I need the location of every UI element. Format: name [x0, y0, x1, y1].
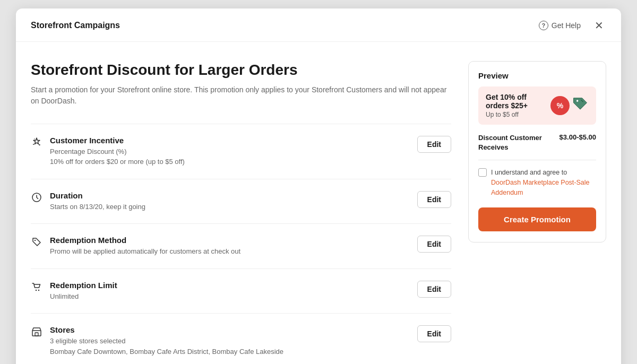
- tag-icon: [31, 236, 42, 248]
- preview-label: Preview: [478, 71, 596, 80]
- duration-name: Duration: [50, 191, 145, 200]
- redemption-limit-row: Redemption Limit Unlimited Edit: [31, 268, 451, 314]
- stores-left: Stores 3 eligible stores selected Bombay…: [31, 325, 409, 357]
- divider: [478, 160, 596, 160]
- svg-rect-8: [35, 333, 38, 336]
- customer-incentive-content: Customer Incentive Percentage Discount (…: [50, 136, 185, 167]
- modal-container: Storefront Campaigns ? Get Help ✕ Storef…: [16, 8, 621, 364]
- svg-rect-7: [32, 331, 41, 336]
- stores-detail2: Bombay Cafe Downtown, Bombay Cafe Arts D…: [50, 346, 283, 357]
- stores-row: Stores 3 eligible stores selected Bombay…: [31, 313, 451, 364]
- customer-incentive-detail1: Percentage Discount (%): [50, 146, 185, 157]
- redemption-method-content: Redemption Method Promo will be applied …: [50, 236, 240, 257]
- cart-icon: [31, 281, 42, 293]
- agree-checkbox[interactable]: [478, 168, 487, 177]
- redemption-limit-left: Redemption Limit Unlimited: [31, 281, 409, 302]
- redemption-limit-name: Redemption Limit: [50, 281, 117, 290]
- addendum-link[interactable]: DoorDash Marketplace Post-Sale Addendum: [491, 179, 590, 196]
- preview-banner: Get 10% off orders $25+ Up to $5 off %: [478, 86, 596, 125]
- redemption-limit-content: Redemption Limit Unlimited: [50, 281, 117, 302]
- duration-left: Duration Starts on 8/13/20, keep it goin…: [31, 191, 409, 212]
- redemption-method-left: Redemption Method Promo will be applied …: [31, 236, 409, 257]
- duration-row: Duration Starts on 8/13/20, keep it goin…: [31, 179, 451, 224]
- duration-edit-button[interactable]: Edit: [417, 191, 451, 208]
- preview-banner-sub: Up to $5 off: [486, 111, 550, 118]
- page-subtitle: Start a promotion for your Storefront on…: [31, 84, 451, 107]
- customer-incentive-detail2: 10% off for orders $20 or more (up to $5…: [50, 157, 185, 167]
- left-section: Storefront Discount for Larger Orders St…: [31, 61, 451, 364]
- svg-point-2: [34, 138, 35, 140]
- customer-incentive-name: Customer Incentive: [50, 136, 185, 145]
- stores-detail1: 3 eligible stores selected: [50, 336, 283, 346]
- redemption-method-edit-button[interactable]: Edit: [417, 236, 451, 253]
- clock-icon: [31, 192, 42, 203]
- get-help-label: Get Help: [552, 21, 581, 30]
- tag-promo-icon: [572, 97, 589, 114]
- customer-incentive-edit-button[interactable]: Edit: [417, 136, 451, 153]
- get-help-button[interactable]: ? Get Help: [535, 19, 585, 32]
- stores-edit-button[interactable]: Edit: [417, 325, 451, 342]
- stores-name: Stores: [50, 325, 283, 334]
- redemption-limit-edit-button[interactable]: Edit: [417, 281, 451, 298]
- discount-row: Discount CustomerReceives $3.00-$5.00: [478, 133, 596, 152]
- stores-content: Stores 3 eligible stores selected Bombay…: [50, 325, 283, 357]
- close-button[interactable]: ✕: [591, 18, 606, 33]
- redemption-method-row: Redemption Method Promo will be applied …: [31, 223, 451, 268]
- discount-customer-label: Discount CustomerReceives: [478, 133, 542, 152]
- customer-incentive-left: Customer Incentive Percentage Discount (…: [31, 136, 409, 167]
- redemption-limit-detail: Unlimited: [50, 291, 117, 302]
- create-promotion-button[interactable]: Create Promotion: [478, 207, 596, 231]
- svg-point-0: [33, 144, 34, 145]
- svg-point-9: [576, 100, 579, 102]
- modal-header: Storefront Campaigns ? Get Help ✕: [16, 8, 621, 42]
- preview-card: Preview Get 10% off orders $25+ Up to $5…: [468, 61, 606, 242]
- header-actions: ? Get Help ✕: [535, 18, 606, 33]
- discount-value: $3.00-$5.00: [559, 133, 596, 141]
- modal-body: Storefront Discount for Larger Orders St…: [16, 42, 621, 364]
- customer-incentive-row: Customer Incentive Percentage Discount (…: [31, 124, 451, 179]
- svg-point-4: [35, 240, 36, 241]
- modal-title: Storefront Campaigns: [31, 21, 120, 30]
- duration-detail: Starts on 8/13/20, keep it going: [50, 202, 145, 212]
- svg-point-5: [36, 289, 37, 290]
- badge-text: %: [557, 101, 563, 110]
- preview-banner-text: Get 10% off orders $25+ Up to $5 off: [486, 93, 550, 118]
- close-icon: ✕: [595, 19, 604, 32]
- help-circle-icon: ?: [539, 21, 548, 30]
- svg-point-1: [39, 144, 40, 145]
- svg-point-6: [38, 289, 39, 290]
- redemption-method-name: Redemption Method: [50, 236, 240, 245]
- preview-banner-icons: %: [550, 96, 589, 115]
- sparkle-icon: [31, 136, 42, 148]
- checkbox-text: I understand and agree to DoorDash Marke…: [491, 168, 596, 197]
- checkbox-row: I understand and agree to DoorDash Marke…: [478, 168, 596, 197]
- discount-badge: %: [550, 96, 570, 115]
- preview-banner-title: Get 10% off orders $25+: [486, 93, 550, 110]
- store-icon: [31, 326, 42, 337]
- page-title: Storefront Discount for Larger Orders: [31, 61, 451, 79]
- redemption-method-detail: Promo will be applied automatically for …: [50, 246, 240, 257]
- right-panel: Preview Get 10% off orders $25+ Up to $5…: [468, 61, 606, 364]
- duration-content: Duration Starts on 8/13/20, keep it goin…: [50, 191, 145, 212]
